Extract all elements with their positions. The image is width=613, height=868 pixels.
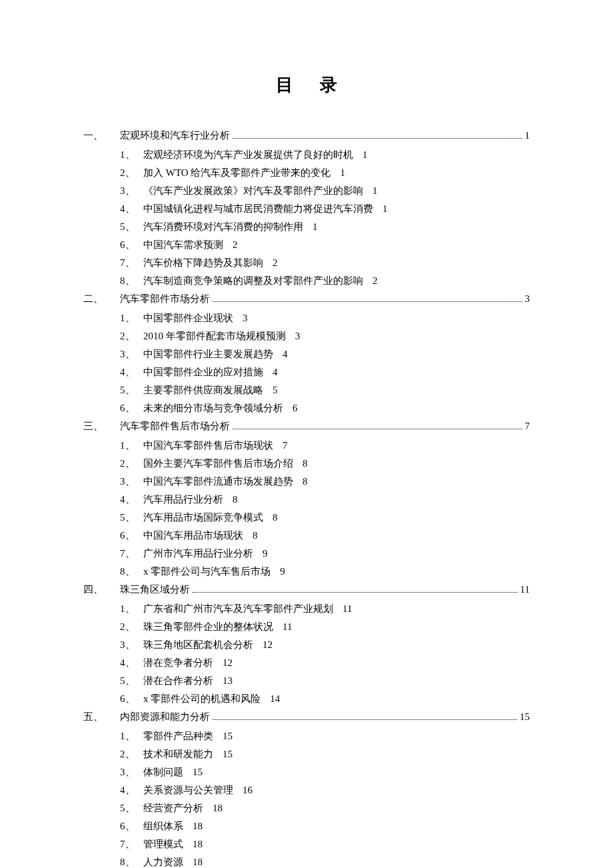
- item-number: 6、: [120, 527, 143, 545]
- toc-item: 2、2010 年零部件配套市场规模预测3: [83, 327, 530, 345]
- toc-item: 6、x 零部件公司的机遇和风险14: [83, 690, 530, 708]
- section-page: 3: [525, 290, 530, 308]
- toc-item: 2、珠三角零部件企业的整体状况11: [83, 618, 530, 636]
- item-page: 12: [263, 636, 273, 654]
- toc-item: 7、汽车价格下降趋势及其影响2: [83, 254, 530, 272]
- item-number: 8、: [120, 272, 143, 290]
- item-title: 中国城镇化进程与城市居民消费能力将促进汽车消费: [143, 200, 373, 218]
- toc-item: 1、宏观经济环境为汽车产业发展提供了良好的时机1: [83, 146, 530, 164]
- item-number: 3、: [120, 763, 143, 781]
- item-number: 6、: [120, 236, 143, 254]
- item-page: 1: [312, 218, 318, 236]
- item-page: 14: [270, 690, 280, 708]
- item-page: 9: [280, 563, 285, 581]
- item-title: 珠三角零部件企业的整体状况: [143, 618, 273, 636]
- toc-title: 目录: [83, 73, 530, 97]
- item-title: 关系资源与公关管理: [143, 781, 233, 799]
- leader-dots: [213, 301, 522, 302]
- item-title: 零部件产品种类: [143, 727, 213, 745]
- toc-body: 一、宏观环境和汽车行业分析11、宏观经济环境为汽车产业发展提供了良好的时机12、…: [83, 127, 530, 868]
- toc-item: 3、体制问题15: [83, 763, 530, 781]
- section-number: 二、: [83, 290, 120, 308]
- item-title: 潜在竞争者分析: [143, 654, 213, 672]
- item-page: 11: [342, 600, 352, 618]
- toc-item: 2、加入 WTO 给汽车及零部件产业带来的变化1: [83, 164, 530, 182]
- item-title: 潜在合作者分析: [143, 672, 213, 690]
- item-title: 汽车用品市场国际竞争模式: [143, 509, 263, 527]
- toc-item: 3、珠三角地区配套机会分析12: [83, 636, 530, 654]
- item-page: 8: [233, 491, 238, 509]
- item-page: 16: [243, 781, 253, 799]
- section-title-wrap: 汽车零部件售后市场分析7: [120, 417, 530, 435]
- section-title: 汽车零部件售后市场分析: [120, 417, 230, 435]
- toc-section: 四、珠三角区域分析11: [83, 581, 530, 599]
- item-number: 5、: [120, 381, 143, 399]
- section-title-wrap: 珠三角区域分析11: [120, 581, 530, 599]
- document-page: 目录 一、宏观环境和汽车行业分析11、宏观经济环境为汽车产业发展提供了良好的时机…: [0, 0, 613, 868]
- item-page: 11: [283, 618, 292, 636]
- item-page: 2: [233, 236, 238, 254]
- item-title: 主要零部件供应商发展战略: [143, 381, 263, 399]
- leader-dots: [213, 719, 517, 720]
- item-page: 5: [273, 381, 278, 399]
- toc-item: 7、广州市汽车用品行业分析9: [83, 545, 530, 563]
- item-number: 3、: [120, 636, 143, 654]
- item-page: 1: [362, 146, 368, 164]
- item-title: 汽车制造商竞争策略的调整及对零部件产业的影响: [143, 272, 363, 290]
- toc-item: 4、关系资源与公关管理16: [83, 781, 530, 799]
- item-title: 未来的细分市场与竞争领域分析: [143, 399, 283, 417]
- item-title: 组织体系: [143, 817, 183, 835]
- toc-item: 5、经营资产分析18: [83, 799, 530, 817]
- section-page: 7: [525, 417, 530, 435]
- item-title: 经营资产分析: [143, 799, 203, 817]
- section-title-wrap: 内部资源和能力分析15: [120, 708, 530, 726]
- item-title: 宏观经济环境为汽车产业发展提供了良好的时机: [143, 146, 353, 164]
- item-title: 体制问题: [143, 763, 183, 781]
- section-page: 11: [520, 581, 530, 599]
- item-number: 4、: [120, 654, 143, 672]
- item-page: 8: [273, 509, 278, 527]
- item-title: 人力资源: [143, 853, 183, 868]
- item-title: 广州市汽车用品行业分析: [143, 545, 253, 563]
- item-number: 4、: [120, 781, 143, 799]
- toc-section: 二、汽车零部件市场分析3: [83, 290, 530, 308]
- item-number: 7、: [120, 835, 143, 853]
- leader-dots: [233, 429, 522, 429]
- toc-section: 一、宏观环境和汽车行业分析1: [83, 127, 530, 145]
- toc-item: 8、x 零部件公司与汽车售后市场9: [83, 563, 530, 581]
- item-number: 4、: [120, 363, 143, 381]
- item-page: 2: [372, 272, 378, 290]
- item-number: 1、: [120, 309, 143, 327]
- item-page: 18: [193, 853, 203, 868]
- item-title: x 零部件公司与汽车售后市场: [143, 563, 271, 581]
- item-number: 5、: [120, 799, 143, 817]
- item-page: 15: [223, 745, 233, 763]
- item-page: 7: [283, 437, 288, 455]
- item-title: 中国汽车需求预测: [143, 236, 223, 254]
- toc-section: 五、内部资源和能力分析15: [83, 708, 530, 726]
- item-title: 《汽车产业发展政策》对汽车及零部件产业的影响: [143, 182, 363, 200]
- toc-item: 2、技术和研发能力15: [83, 745, 530, 763]
- toc-item: 4、中国城镇化进程与城市居民消费能力将促进汽车消费1: [83, 200, 530, 218]
- section-title-wrap: 宏观环境和汽车行业分析1: [120, 127, 530, 145]
- toc-item: 7、管理模式18: [83, 835, 530, 853]
- item-number: 3、: [120, 182, 143, 200]
- item-number: 1、: [120, 437, 143, 455]
- toc-item: 6、未来的细分市场与竞争领域分析6: [83, 399, 530, 417]
- item-title: 中国零部件企业的应对措施: [143, 363, 263, 381]
- item-title: 中国零部件行业主要发展趋势: [143, 345, 273, 363]
- toc-item: 6、组织体系18: [83, 817, 530, 835]
- item-title: 汽车用品行业分析: [143, 491, 223, 509]
- toc-item: 4、汽车用品行业分析8: [83, 491, 530, 509]
- section-page: 1: [525, 127, 530, 145]
- item-number: 4、: [120, 200, 143, 218]
- section-number: 三、: [83, 417, 120, 435]
- item-page: 18: [193, 817, 203, 835]
- item-number: 5、: [120, 672, 143, 690]
- item-number: 6、: [120, 690, 143, 708]
- item-number: 8、: [120, 563, 143, 581]
- toc-item: 1、中国汽车零部件售后市场现状7: [83, 437, 530, 455]
- item-title: 广东省和广州市汽车及汽车零部件产业规划: [143, 600, 333, 618]
- item-page: 8: [253, 527, 258, 545]
- item-title: 汽车价格下降趋势及其影响: [143, 254, 263, 272]
